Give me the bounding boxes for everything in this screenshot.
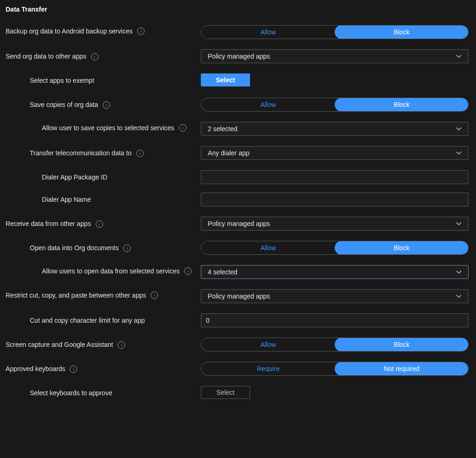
info-icon[interactable]: i (137, 27, 145, 35)
label-keyboards-text: Approved keyboards (6, 365, 65, 373)
dropdown-save-services-value: 2 selected (208, 125, 238, 133)
label-dialer-pkg: Dialer App Package ID (6, 170, 201, 184)
dropdown-telecom-value: Any dialer app (208, 149, 250, 157)
info-icon[interactable]: i (184, 267, 192, 275)
input-dialer-name[interactable] (201, 192, 469, 206)
toggle-screen-cap[interactable]: Allow Block (201, 338, 469, 352)
toggle-open-docs-allow[interactable]: Allow (201, 241, 335, 254)
label-keyboards: Approved keyboards i (6, 362, 201, 376)
input-ccp-limit[interactable]: 0 (201, 313, 469, 327)
select-exempt-button[interactable]: Select (201, 73, 250, 86)
label-send-other: Send org data to other apps i (6, 49, 201, 63)
label-open-services-text: Allow users to open data from selected s… (42, 267, 179, 276)
label-keyboards-select-text: Select keyboards to approve (30, 389, 112, 398)
info-icon[interactable]: i (123, 245, 131, 252)
label-receive-other-text: Receive data from other apps (6, 219, 91, 228)
label-open-docs-text: Open data into Org documents (30, 244, 119, 252)
label-telecom-text: Transfer telecommunication data to (30, 149, 132, 158)
chevron-down-icon (456, 126, 462, 132)
section-title: Data Transfer (6, 6, 469, 13)
input-dialer-pkg[interactable] (201, 170, 469, 184)
chevron-down-icon (456, 221, 462, 226)
label-ccp-limit-text: Cut and copy character limit for any app (30, 316, 145, 325)
toggle-save-copies-block[interactable]: Block (335, 98, 469, 112)
chevron-down-icon (456, 293, 462, 299)
select-keyboards-button[interactable]: Select (201, 386, 250, 399)
info-icon[interactable]: i (96, 220, 103, 228)
label-backup-text: Backup org data to Android backup servic… (6, 27, 132, 36)
toggle-backup-block[interactable]: Block (335, 25, 469, 39)
dropdown-send-other[interactable]: Policy managed apps (201, 49, 469, 63)
label-open-services: Allow users to open data from selected s… (6, 265, 201, 279)
info-icon[interactable]: i (118, 341, 125, 349)
label-ccp-limit: Cut and copy character limit for any app (6, 313, 201, 327)
label-telecom: Transfer telecommunication data to i (6, 146, 201, 160)
label-restrict-ccp-text: Restrict cut, copy, and paste between ot… (6, 291, 146, 300)
info-icon[interactable]: i (151, 292, 158, 299)
label-save-copies-text: Save copies of org data (30, 100, 98, 109)
info-icon[interactable]: i (179, 124, 186, 132)
toggle-save-copies-allow[interactable]: Allow (201, 98, 335, 111)
toggle-open-docs-block[interactable]: Block (335, 241, 469, 255)
toggle-screen-cap-block[interactable]: Block (335, 338, 469, 352)
toggle-save-copies[interactable]: Allow Block (201, 98, 469, 112)
label-screen-cap-text: Screen capture and Google Assistant (6, 340, 113, 349)
dropdown-telecom[interactable]: Any dialer app (201, 146, 469, 160)
label-save-services: Allow user to save copies to selected se… (6, 122, 201, 136)
label-backup: Backup org data to Android backup servic… (6, 25, 201, 39)
dropdown-restrict-ccp-value: Policy managed apps (208, 292, 270, 300)
dropdown-receive-other[interactable]: Policy managed apps (201, 217, 469, 231)
info-icon[interactable]: i (70, 365, 77, 373)
label-exempt: Select apps to exempt (6, 73, 201, 87)
chevron-down-icon (456, 269, 462, 275)
label-save-services-text: Allow user to save copies to selected se… (42, 124, 174, 133)
label-receive-other: Receive data from other apps i (6, 217, 201, 231)
label-dialer-name-text: Dialer App Name (42, 195, 91, 204)
label-dialer-name: Dialer App Name (6, 192, 201, 206)
dropdown-open-services-value: 4 selected (208, 268, 238, 276)
info-icon[interactable]: i (136, 150, 144, 157)
label-restrict-ccp: Restrict cut, copy, and paste between ot… (6, 289, 201, 303)
label-dialer-pkg-text: Dialer App Package ID (42, 173, 107, 182)
dropdown-send-other-value: Policy managed apps (208, 53, 270, 60)
toggle-keyboards-notrequired[interactable]: Not required (335, 362, 469, 376)
info-icon[interactable]: i (103, 101, 110, 109)
dropdown-receive-other-value: Policy managed apps (208, 220, 270, 227)
chevron-down-icon (456, 150, 462, 156)
toggle-backup-allow[interactable]: Allow (201, 26, 335, 39)
label-open-docs: Open data into Org documents i (6, 241, 201, 255)
info-icon[interactable]: i (91, 53, 99, 60)
toggle-keyboards[interactable]: Require Not required (201, 362, 469, 376)
label-save-copies: Save copies of org data i (6, 98, 201, 112)
input-ccp-limit-value: 0 (206, 317, 210, 324)
toggle-screen-cap-allow[interactable]: Allow (201, 338, 335, 351)
label-send-other-text: Send org data to other apps (6, 52, 86, 61)
toggle-backup[interactable]: Allow Block (201, 25, 469, 39)
label-exempt-text: Select apps to exempt (30, 76, 94, 85)
toggle-open-docs[interactable]: Allow Block (201, 241, 469, 255)
dropdown-open-services[interactable]: 4 selected (201, 265, 469, 279)
dropdown-save-services[interactable]: 2 selected (201, 122, 469, 136)
chevron-down-icon (456, 53, 462, 59)
label-screen-cap: Screen capture and Google Assistant i (6, 338, 201, 352)
dropdown-restrict-ccp[interactable]: Policy managed apps (201, 289, 469, 303)
label-keyboards-select: Select keyboards to approve (6, 386, 201, 400)
toggle-keyboards-require[interactable]: Require (201, 362, 335, 375)
